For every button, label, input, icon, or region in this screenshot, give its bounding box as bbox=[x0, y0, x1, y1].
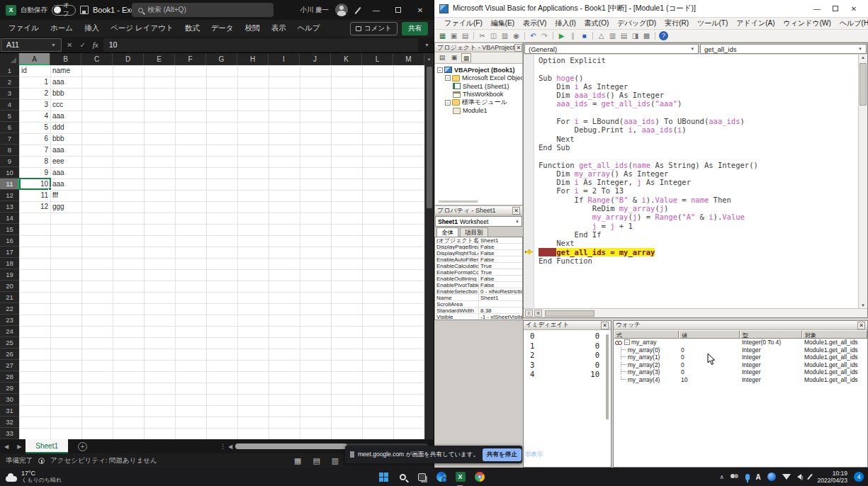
cell-A5[interactable]: 4 bbox=[19, 111, 50, 122]
column-header-A[interactable]: A bbox=[19, 53, 50, 65]
cell-A10[interactable]: 9 bbox=[19, 167, 50, 179]
cell-B12[interactable]: fff bbox=[50, 190, 81, 201]
normal-view-icon[interactable]: ▦ bbox=[294, 456, 301, 465]
column-header-B[interactable]: B bbox=[50, 53, 81, 65]
cell-A3[interactable]: 2 bbox=[19, 88, 50, 99]
row-header-16[interactable]: 16 bbox=[0, 235, 19, 247]
watch-header-context[interactable]: 対象 bbox=[802, 330, 867, 339]
project-panel-close-icon[interactable]: ✕ bbox=[514, 44, 522, 52]
fill-handle[interactable] bbox=[48, 187, 52, 191]
row-header-24[interactable]: 24 bbox=[0, 326, 19, 337]
run-icon[interactable]: ▶ bbox=[557, 31, 566, 40]
cell-B7[interactable]: bbb bbox=[50, 133, 81, 145]
vbe-minimize-button[interactable]: — bbox=[808, 5, 826, 13]
property-row-0[interactable]: (オブジェクト名)Sheet1 bbox=[435, 237, 522, 244]
insert-function-icon[interactable]: fx bbox=[91, 40, 101, 49]
ribbon-tab-6[interactable]: 校閲 bbox=[239, 23, 266, 33]
tree-item-2[interactable]: Sheet1 (Sheet1) bbox=[435, 82, 522, 91]
save-icon[interactable]: ▤ bbox=[461, 31, 470, 40]
code-editor[interactable]: Option Explicit Sub hoge() Dim i As Inte… bbox=[534, 55, 858, 308]
vbe-menu-3[interactable]: 挿入(I) bbox=[551, 18, 580, 28]
properties-tab-all[interactable]: 全体 bbox=[436, 227, 458, 237]
watch-row-1[interactable]: ├─my_array(0)0IntegerModule1.get_all_ids bbox=[614, 346, 867, 354]
column-header-D[interactable]: D bbox=[113, 53, 144, 65]
vbe-menu-9[interactable]: ウィンドウ(W) bbox=[779, 18, 835, 28]
watch-row-5[interactable]: └─my_array(4)10IntegerModule1.get_all_id… bbox=[614, 376, 867, 384]
edge-taskbar-button[interactable] bbox=[435, 471, 447, 483]
row-header-9[interactable]: 9 bbox=[0, 156, 19, 167]
tree-item-1[interactable]: -Microsoft Excel Objects bbox=[435, 74, 522, 83]
vbe-menu-7[interactable]: ツール(T) bbox=[693, 18, 732, 28]
row-header-18[interactable]: 18 bbox=[0, 258, 19, 269]
property-row-8[interactable]: EnableSelection0 - xlNoRestrictions bbox=[435, 288, 522, 295]
ribbon-tab-1[interactable]: ホーム bbox=[45, 23, 79, 33]
object-browser-icon[interactable]: ◨ bbox=[631, 31, 640, 40]
accessibility-status[interactable]: アクセシビリティ: 問題ありません bbox=[50, 456, 157, 465]
search-taskbar-button[interactable] bbox=[397, 471, 409, 483]
row-header-28[interactable]: 28 bbox=[0, 371, 19, 383]
row-header-20[interactable]: 20 bbox=[0, 281, 19, 292]
formula-input[interactable]: 10 bbox=[103, 38, 418, 52]
horizontal-scrollbar-thumb[interactable] bbox=[235, 443, 347, 449]
page-break-view-icon[interactable]: ▥ bbox=[332, 456, 339, 465]
ribbon-tab-7[interactable]: 表示 bbox=[266, 23, 292, 33]
row-header-14[interactable]: 14 bbox=[0, 213, 19, 224]
formulabar-expand-icon[interactable]: ▼ bbox=[421, 43, 433, 47]
find-icon[interactable]: ◉ bbox=[512, 31, 521, 40]
property-row-5[interactable]: EnableFormatConditionsTrue bbox=[435, 269, 522, 276]
weather-widget[interactable]: 17°C くもりのち晴れ bbox=[6, 470, 62, 484]
wifi-icon[interactable] bbox=[782, 474, 791, 480]
cell-A4[interactable]: 3 bbox=[19, 99, 50, 111]
row-header-30[interactable]: 30 bbox=[0, 394, 19, 405]
tray-chevron-icon[interactable]: ∧ bbox=[720, 474, 724, 480]
watch-collapse-icon[interactable]: - bbox=[624, 339, 630, 345]
cell-A1[interactable]: id bbox=[19, 65, 50, 77]
property-row-11[interactable]: StandardWidth8.38 bbox=[435, 307, 522, 314]
vertical-scrollbar[interactable] bbox=[424, 65, 434, 439]
properties-tab-categorized[interactable]: 項目別 bbox=[460, 227, 488, 237]
code-scroll-down-icon[interactable]: ▼ bbox=[859, 303, 867, 307]
enter-icon[interactable]: ✓ bbox=[77, 41, 87, 49]
immediate-close-icon[interactable]: ✕ bbox=[601, 322, 609, 329]
property-row-12[interactable]: Visible-1 - xlSheetVisible bbox=[435, 314, 522, 320]
windows-taskbar-button[interactable] bbox=[378, 471, 390, 483]
stop-sharing-button[interactable]: 共有を停止 bbox=[483, 448, 522, 461]
row-header-23[interactable]: 23 bbox=[0, 315, 19, 326]
chrome-taskbar-button[interactable] bbox=[473, 471, 485, 483]
cell-B1[interactable]: name bbox=[50, 65, 81, 77]
ribbon-tab-2[interactable]: 挿入 bbox=[79, 23, 105, 33]
watch-row-2[interactable]: ├─my_array(1)0IntegerModule1.get_all_ids bbox=[614, 354, 867, 361]
row-header-27[interactable]: 27 bbox=[0, 360, 19, 371]
cells[interactable]: idname1aaa2bbb3ccc4aaa5ddd6bbb7aaa8eee9a… bbox=[19, 65, 424, 439]
hscroll-left-icon[interactable]: ◀ bbox=[228, 443, 232, 450]
watch-header-type[interactable]: 型 bbox=[740, 330, 802, 339]
row-header-33[interactable]: 33 bbox=[0, 428, 19, 439]
vbe-menu-8[interactable]: アドイン(A) bbox=[732, 18, 779, 28]
paste-icon[interactable]: ▥ bbox=[500, 31, 509, 40]
column-header-C[interactable]: C bbox=[81, 53, 113, 65]
property-row-6[interactable]: EnableOutliningFalse bbox=[435, 276, 522, 282]
ribbon-tab-5[interactable]: データ bbox=[205, 23, 239, 33]
insert-object-icon[interactable]: ▣ bbox=[449, 31, 458, 40]
cell-B2[interactable]: aaa bbox=[50, 77, 81, 88]
procedure-dropdown[interactable]: get_all_ids ▼ bbox=[700, 44, 867, 54]
collapse-icon[interactable]: - bbox=[445, 75, 451, 81]
scroll-up-icon[interactable]: ▲ bbox=[424, 53, 434, 65]
property-row-4[interactable]: EnableCalculationTrue bbox=[435, 263, 522, 269]
meet-grip-icon[interactable] bbox=[350, 451, 354, 458]
design-mode-icon[interactable]: △ bbox=[597, 31, 606, 40]
sheet-nav-left-icon[interactable]: ◀ bbox=[0, 443, 13, 450]
share-button[interactable]: 共有 bbox=[402, 22, 428, 35]
project-explorer-icon[interactable]: ▥ bbox=[608, 31, 617, 40]
row-header-22[interactable]: 22 bbox=[0, 303, 19, 315]
excel-icon[interactable]: ▦ bbox=[438, 31, 447, 40]
ribbon-tab-4[interactable]: 数式 bbox=[179, 23, 205, 33]
row-header-15[interactable]: 15 bbox=[0, 224, 19, 235]
code-vertical-scrollbar[interactable]: ▲ ▼ bbox=[858, 55, 867, 308]
vbe-menu-10[interactable]: ヘルプ(H) bbox=[835, 18, 868, 28]
watch-header-expression[interactable]: 式 bbox=[614, 330, 679, 339]
sheet-tab-sheet1[interactable]: Sheet1 bbox=[26, 439, 68, 453]
column-header-L[interactable]: L bbox=[362, 53, 393, 65]
search-input[interactable]: 検索 (Alt+Q) bbox=[132, 3, 274, 17]
view-object-icon[interactable]: ▣ bbox=[449, 53, 459, 62]
